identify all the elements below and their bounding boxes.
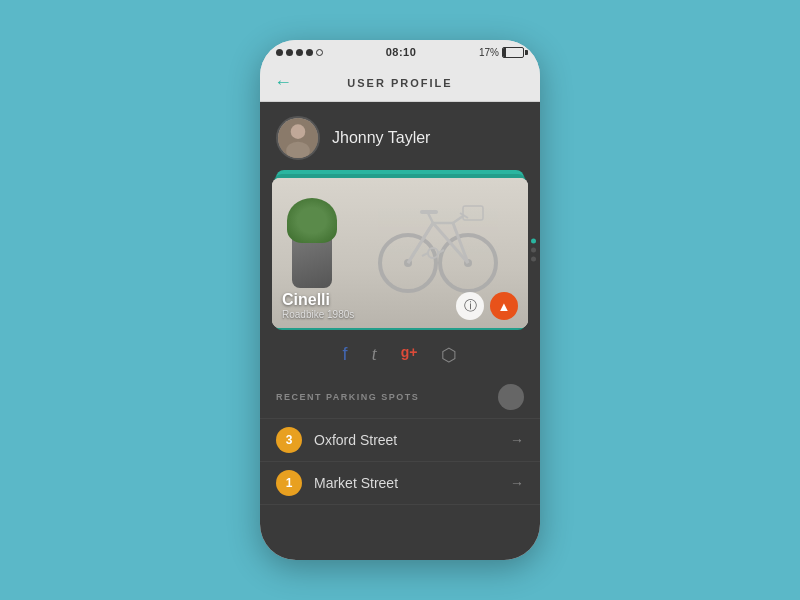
signal-dots [276, 49, 323, 56]
instagram-icon[interactable]: ⬡ [441, 344, 457, 366]
user-name: Jhonny Tayler [332, 129, 430, 147]
googleplus-icon[interactable]: g+ [401, 344, 418, 366]
parking-toggle[interactable] [498, 384, 524, 410]
parking-section-label: RECENT PARKING SPOTS [276, 392, 419, 402]
card-page-dots [531, 239, 536, 262]
signal-dot-2 [286, 49, 293, 56]
dot-3 [531, 257, 536, 262]
info-button[interactable]: ⓘ [456, 292, 484, 320]
plant-leaves [287, 198, 337, 243]
battery-icon [502, 47, 524, 58]
svg-line-18 [422, 253, 428, 256]
status-battery: 17% [479, 47, 524, 58]
bike-description: Roadbike 1980s [282, 309, 354, 320]
parking-name-oxford: Oxford Street [314, 432, 498, 448]
alert-button[interactable]: ▲ [490, 292, 518, 320]
svg-line-12 [453, 216, 463, 223]
bike-name: Cinelli [282, 291, 354, 309]
plant [287, 198, 337, 288]
main-content: Jhonny Tayler [260, 102, 540, 560]
battery-fill [503, 48, 506, 57]
header-title: USER PROFILE [347, 77, 452, 89]
header: ← USER PROFILE [260, 64, 540, 102]
dot-1 [531, 239, 536, 244]
signal-dot-3 [296, 49, 303, 56]
parking-badge-market: 1 [276, 470, 302, 496]
phone-frame: 08:10 17% ← USER PROFILE [260, 40, 540, 560]
svg-line-11 [453, 223, 468, 263]
parking-item-market[interactable]: 1 Market Street → [260, 461, 540, 505]
bike-card-area: Cinelli Roadbike 1980s ⓘ ▲ [272, 170, 528, 330]
parking-arrow-market: → [510, 475, 524, 491]
signal-dot-4 [306, 49, 313, 56]
badge-number-oxford: 3 [286, 433, 293, 447]
alert-icon: ▲ [498, 299, 511, 314]
svg-point-2 [286, 142, 310, 160]
avatar [276, 116, 320, 160]
battery-percent: 17% [479, 47, 499, 58]
status-time: 08:10 [386, 46, 417, 58]
signal-dot-1 [276, 49, 283, 56]
back-button[interactable]: ← [274, 72, 292, 93]
badge-number-market: 1 [286, 476, 293, 490]
parking-item-oxford[interactable]: 3 Oxford Street → [260, 418, 540, 461]
signal-dot-5 [316, 49, 323, 56]
card-info: Cinelli Roadbike 1980s [282, 291, 354, 320]
user-row: Jhonny Tayler [260, 102, 540, 170]
bicycle-svg [378, 188, 498, 298]
bike-card[interactable]: Cinelli Roadbike 1980s ⓘ ▲ [272, 178, 528, 328]
parking-section: RECENT PARKING SPOTS 3 Oxford Street → 1… [260, 378, 540, 560]
info-icon: ⓘ [464, 297, 477, 315]
svg-line-8 [433, 223, 468, 263]
parking-header: RECENT PARKING SPOTS [260, 378, 540, 418]
status-bar: 08:10 17% [260, 40, 540, 64]
facebook-icon[interactable]: f [343, 344, 348, 366]
svg-point-1 [291, 124, 306, 139]
card-actions: ⓘ ▲ [456, 292, 518, 320]
parking-badge-oxford: 3 [276, 427, 302, 453]
dot-2 [531, 248, 536, 253]
social-row: f t g+ ⬡ [260, 330, 540, 378]
parking-arrow-oxford: → [510, 432, 524, 448]
twitter-icon[interactable]: t [372, 344, 377, 366]
parking-name-market: Market Street [314, 475, 498, 491]
svg-rect-15 [420, 210, 438, 214]
plant-pot [292, 238, 332, 288]
avatar-image [278, 118, 318, 158]
svg-line-14 [428, 213, 433, 223]
